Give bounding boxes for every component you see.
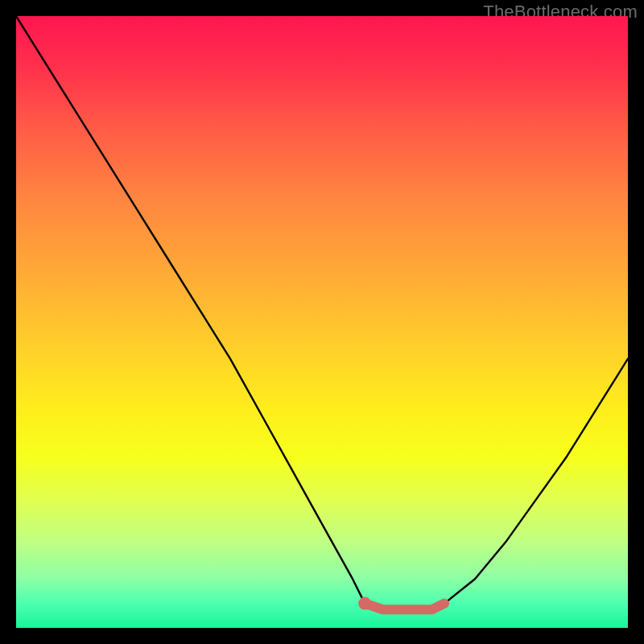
min-plateau-highlight [365,604,444,610]
stage: TheBottleneck.com [0,0,644,644]
bottleneck-curve [16,16,628,609]
plot-area [16,16,628,628]
chart-svg [16,16,628,628]
highlight-start-dot [358,597,371,610]
